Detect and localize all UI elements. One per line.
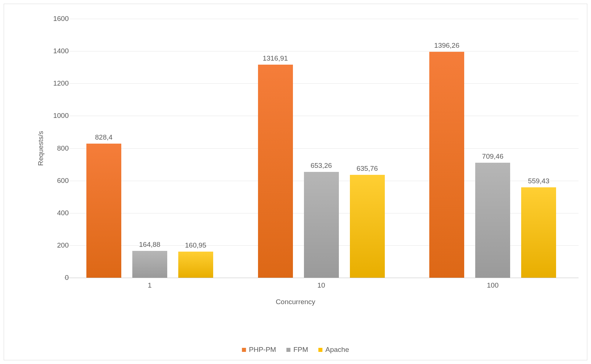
legend-label: Apache	[325, 346, 349, 354]
bar-label: 160,95	[185, 241, 206, 252]
legend-label: PHP-PM	[249, 346, 276, 354]
y-tick-label: 1000	[50, 112, 69, 120]
bar-phppm-10	[258, 65, 293, 278]
swatch-orange	[242, 348, 246, 352]
bar-apache-100	[521, 187, 556, 278]
bar-apache-1	[178, 252, 213, 278]
bar-label: 1396,26	[434, 42, 459, 52]
bar-fpm-100	[475, 163, 510, 278]
plot-area: 828,4164,88160,951316,91653,26635,761396…	[64, 19, 579, 278]
bar-label: 635,76	[357, 165, 378, 175]
swatch-gray	[286, 348, 290, 352]
bar-label: 653,26	[311, 162, 332, 172]
y-tick-label: 0	[50, 274, 69, 282]
bar-apache-10	[350, 175, 385, 278]
legend: PHP-PM FPM Apache	[242, 346, 349, 354]
legend-item-phppm: PHP-PM	[242, 346, 276, 354]
bar-label: 164,88	[139, 241, 160, 251]
y-tick-label: 800	[50, 144, 69, 152]
bar-fpm-1	[132, 251, 167, 278]
bar-phppm-100	[429, 52, 464, 278]
y-tick-label: 1600	[50, 15, 69, 23]
bar-label: 559,43	[528, 177, 549, 187]
y-tick-label: 1200	[50, 79, 69, 87]
y-tick-label: 600	[50, 177, 69, 185]
bar-label: 828,4	[95, 133, 113, 144]
bars-group: 828,4164,88160,951316,91653,26635,761396…	[64, 19, 579, 278]
x-axis-label: Concurrency	[276, 298, 315, 306]
bar-phppm-1	[86, 144, 121, 278]
x-tick-label: 100	[487, 281, 499, 289]
y-axis-label: Requests/s	[37, 131, 45, 166]
bar-fpm-10	[304, 172, 339, 278]
legend-item-fpm: FPM	[286, 346, 308, 354]
swatch-yellow	[318, 348, 322, 352]
legend-item-apache: Apache	[318, 346, 349, 354]
legend-label: FPM	[293, 346, 308, 354]
x-tick-label: 10	[317, 281, 325, 289]
chart-frame: Requests/s Concurrency 828,4164,88160,95…	[4, 4, 587, 360]
y-tick-label: 1400	[50, 47, 69, 55]
y-tick-label: 200	[50, 241, 69, 249]
bar-label: 1316,91	[263, 54, 288, 65]
bar-label: 709,46	[482, 152, 504, 163]
x-tick-label: 1	[148, 281, 152, 289]
y-tick-label: 400	[50, 209, 69, 217]
